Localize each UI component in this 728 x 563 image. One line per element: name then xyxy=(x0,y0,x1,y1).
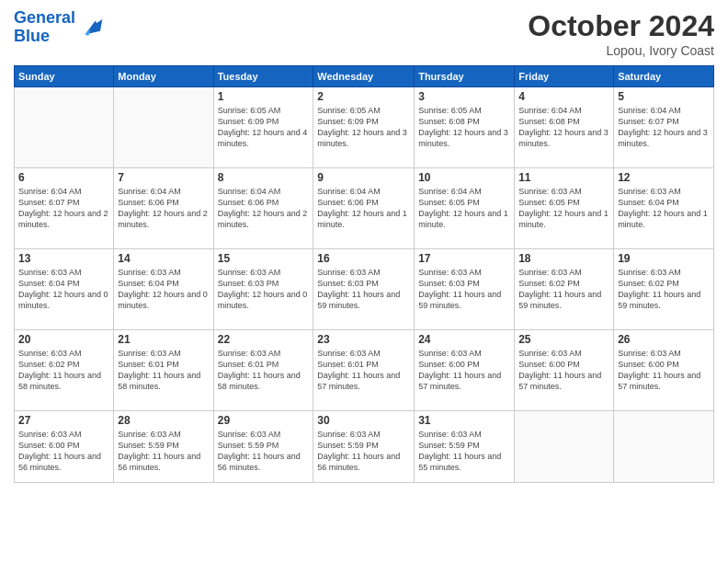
day-info: Sunrise: 6:03 AMSunset: 6:00 PMDaylight:… xyxy=(618,348,710,393)
day-number: 7 xyxy=(118,171,209,184)
day-info: Sunrise: 6:03 AMSunset: 6:03 PMDaylight:… xyxy=(418,267,510,312)
day-number: 23 xyxy=(317,333,410,346)
day-info: Sunrise: 6:03 AMSunset: 6:01 PMDaylight:… xyxy=(317,348,410,393)
day-info: Sunrise: 6:03 AMSunset: 5:59 PMDaylight:… xyxy=(218,429,310,474)
calendar-day-cell: 26Sunrise: 6:03 AMSunset: 6:00 PMDayligh… xyxy=(614,330,714,411)
calendar-day-cell: 3Sunrise: 6:05 AMSunset: 6:08 PMDaylight… xyxy=(415,87,515,168)
day-info: Sunrise: 6:03 AMSunset: 5:59 PMDaylight:… xyxy=(317,429,410,474)
day-number: 31 xyxy=(418,414,510,427)
weekday-header: Monday xyxy=(114,66,213,87)
day-info: Sunrise: 6:03 AMSunset: 6:03 PMDaylight:… xyxy=(317,267,410,312)
calendar-day-cell: 31Sunrise: 6:03 AMSunset: 5:59 PMDayligh… xyxy=(415,411,515,483)
calendar-week-row: 27Sunrise: 6:03 AMSunset: 6:00 PMDayligh… xyxy=(15,411,714,483)
calendar-week-row: 20Sunrise: 6:03 AMSunset: 6:02 PMDayligh… xyxy=(15,330,714,411)
day-info: Sunrise: 6:04 AMSunset: 6:06 PMDaylight:… xyxy=(218,186,310,231)
calendar-day-cell: 13Sunrise: 6:03 AMSunset: 6:04 PMDayligh… xyxy=(15,249,114,330)
day-number: 14 xyxy=(118,252,209,265)
day-number: 1 xyxy=(218,90,310,103)
calendar-day-cell: 15Sunrise: 6:03 AMSunset: 6:03 PMDayligh… xyxy=(213,249,313,330)
day-info: Sunrise: 6:03 AMSunset: 6:02 PMDaylight:… xyxy=(618,267,710,312)
day-info: Sunrise: 6:04 AMSunset: 6:05 PMDaylight:… xyxy=(418,186,510,231)
calendar-day-cell: 11Sunrise: 6:03 AMSunset: 6:05 PMDayligh… xyxy=(515,168,614,249)
day-number: 16 xyxy=(317,252,410,265)
day-info: Sunrise: 6:04 AMSunset: 6:07 PMDaylight:… xyxy=(618,105,710,150)
day-info: Sunrise: 6:04 AMSunset: 6:06 PMDaylight:… xyxy=(118,186,209,231)
day-number: 2 xyxy=(317,90,410,103)
day-number: 28 xyxy=(118,414,209,427)
calendar-table: SundayMondayTuesdayWednesdayThursdayFrid… xyxy=(14,65,714,483)
calendar-day-cell: 28Sunrise: 6:03 AMSunset: 5:59 PMDayligh… xyxy=(114,411,213,483)
day-info: Sunrise: 6:03 AMSunset: 6:04 PMDaylight:… xyxy=(118,267,209,312)
day-info: Sunrise: 6:03 AMSunset: 5:59 PMDaylight:… xyxy=(118,429,209,474)
day-number: 24 xyxy=(418,333,510,346)
calendar-day-cell xyxy=(614,411,714,483)
day-number: 13 xyxy=(18,252,109,265)
calendar-day-cell: 7Sunrise: 6:04 AMSunset: 6:06 PMDaylight… xyxy=(114,168,213,249)
calendar-day-cell: 2Sunrise: 6:05 AMSunset: 6:09 PMDaylight… xyxy=(313,87,415,168)
day-number: 20 xyxy=(18,333,109,346)
day-info: Sunrise: 6:03 AMSunset: 6:02 PMDaylight:… xyxy=(18,348,109,393)
day-info: Sunrise: 6:05 AMSunset: 6:09 PMDaylight:… xyxy=(317,105,410,150)
day-info: Sunrise: 6:03 AMSunset: 6:02 PMDaylight:… xyxy=(518,267,609,312)
calendar-day-cell xyxy=(114,87,213,168)
calendar-day-cell: 1Sunrise: 6:05 AMSunset: 6:09 PMDaylight… xyxy=(213,87,313,168)
calendar-week-row: 13Sunrise: 6:03 AMSunset: 6:04 PMDayligh… xyxy=(15,249,714,330)
day-number: 17 xyxy=(418,252,510,265)
calendar-day-cell: 29Sunrise: 6:03 AMSunset: 5:59 PMDayligh… xyxy=(213,411,313,483)
calendar-day-cell: 6Sunrise: 6:04 AMSunset: 6:07 PMDaylight… xyxy=(15,168,114,249)
day-info: Sunrise: 6:03 AMSunset: 5:59 PMDaylight:… xyxy=(418,429,510,474)
calendar-day-cell: 4Sunrise: 6:04 AMSunset: 6:08 PMDaylight… xyxy=(515,87,614,168)
calendar-day-cell: 20Sunrise: 6:03 AMSunset: 6:02 PMDayligh… xyxy=(15,330,114,411)
calendar-day-cell: 16Sunrise: 6:03 AMSunset: 6:03 PMDayligh… xyxy=(313,249,415,330)
day-info: Sunrise: 6:04 AMSunset: 6:07 PMDaylight:… xyxy=(18,186,109,231)
logo: General Blue xyxy=(14,9,106,46)
day-info: Sunrise: 6:03 AMSunset: 6:04 PMDaylight:… xyxy=(618,186,710,231)
calendar-day-cell: 10Sunrise: 6:04 AMSunset: 6:05 PMDayligh… xyxy=(415,168,515,249)
day-info: Sunrise: 6:03 AMSunset: 6:00 PMDaylight:… xyxy=(518,348,609,393)
day-number: 18 xyxy=(518,252,609,265)
day-info: Sunrise: 6:03 AMSunset: 6:04 PMDaylight:… xyxy=(18,267,109,312)
day-info: Sunrise: 6:03 AMSunset: 6:05 PMDaylight:… xyxy=(518,186,609,231)
calendar-day-cell: 5Sunrise: 6:04 AMSunset: 6:07 PMDaylight… xyxy=(614,87,714,168)
calendar-week-row: 6Sunrise: 6:04 AMSunset: 6:07 PMDaylight… xyxy=(15,168,714,249)
calendar-day-cell: 8Sunrise: 6:04 AMSunset: 6:06 PMDaylight… xyxy=(213,168,313,249)
day-number: 6 xyxy=(18,171,109,184)
calendar-week-row: 1Sunrise: 6:05 AMSunset: 6:09 PMDaylight… xyxy=(15,87,714,168)
calendar-day-cell xyxy=(515,411,614,483)
calendar-day-cell: 25Sunrise: 6:03 AMSunset: 6:00 PMDayligh… xyxy=(515,330,614,411)
day-info: Sunrise: 6:04 AMSunset: 6:08 PMDaylight:… xyxy=(518,105,609,150)
day-number: 19 xyxy=(618,252,710,265)
day-number: 26 xyxy=(618,333,710,346)
month-title: October 2024 xyxy=(528,9,714,43)
calendar-day-cell: 21Sunrise: 6:03 AMSunset: 6:01 PMDayligh… xyxy=(114,330,213,411)
logo-text: General xyxy=(14,9,75,28)
day-number: 25 xyxy=(518,333,609,346)
logo-text2: Blue xyxy=(14,28,75,46)
header: General Blue October 2024 Lopou, Ivory C… xyxy=(14,9,714,58)
logo-bird-icon xyxy=(78,14,106,41)
location: Lopou, Ivory Coast xyxy=(528,43,714,58)
day-info: Sunrise: 6:03 AMSunset: 6:03 PMDaylight:… xyxy=(218,267,310,312)
weekday-header: Saturday xyxy=(614,66,714,87)
day-info: Sunrise: 6:03 AMSunset: 6:01 PMDaylight:… xyxy=(218,348,310,393)
day-number: 10 xyxy=(418,171,510,184)
calendar-day-cell: 22Sunrise: 6:03 AMSunset: 6:01 PMDayligh… xyxy=(213,330,313,411)
calendar-day-cell: 23Sunrise: 6:03 AMSunset: 6:01 PMDayligh… xyxy=(313,330,415,411)
day-number: 27 xyxy=(18,414,109,427)
weekday-header: Wednesday xyxy=(313,66,415,87)
day-number: 3 xyxy=(418,90,510,103)
calendar-day-cell: 12Sunrise: 6:03 AMSunset: 6:04 PMDayligh… xyxy=(614,168,714,249)
day-number: 15 xyxy=(218,252,310,265)
page-container: General Blue October 2024 Lopou, Ivory C… xyxy=(0,0,728,563)
calendar-day-cell: 18Sunrise: 6:03 AMSunset: 6:02 PMDayligh… xyxy=(515,249,614,330)
calendar-day-cell: 14Sunrise: 6:03 AMSunset: 6:04 PMDayligh… xyxy=(114,249,213,330)
day-info: Sunrise: 6:04 AMSunset: 6:06 PMDaylight:… xyxy=(317,186,410,231)
calendar-day-cell: 27Sunrise: 6:03 AMSunset: 6:00 PMDayligh… xyxy=(15,411,114,483)
weekday-header: Tuesday xyxy=(213,66,313,87)
day-info: Sunrise: 6:03 AMSunset: 6:01 PMDaylight:… xyxy=(118,348,209,393)
day-info: Sunrise: 6:03 AMSunset: 6:00 PMDaylight:… xyxy=(18,429,109,474)
calendar-day-cell: 24Sunrise: 6:03 AMSunset: 6:00 PMDayligh… xyxy=(415,330,515,411)
day-number: 21 xyxy=(118,333,209,346)
day-info: Sunrise: 6:05 AMSunset: 6:08 PMDaylight:… xyxy=(418,105,510,150)
weekday-header-row: SundayMondayTuesdayWednesdayThursdayFrid… xyxy=(15,66,714,87)
